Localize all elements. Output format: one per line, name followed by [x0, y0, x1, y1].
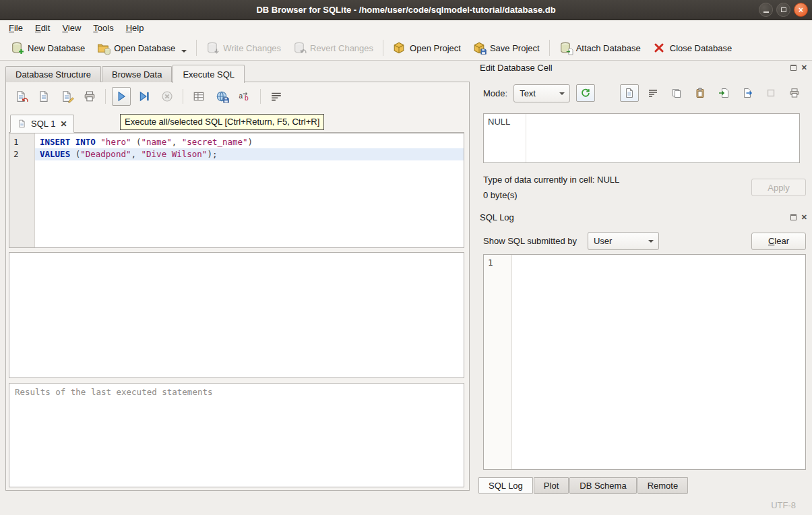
cell-editor-icons: [620, 84, 804, 102]
save-project-icon: [473, 42, 485, 54]
auto-switch-mode-icon: [580, 88, 591, 98]
copy-icon: [671, 88, 682, 98]
encoding-status: UTF-8: [771, 500, 796, 510]
tab-database-structure[interactable]: Database Structure: [5, 66, 101, 82]
attach-database-button[interactable]: Attach Database: [553, 38, 647, 57]
print-icon: [789, 88, 800, 98]
toolbar-separator: [183, 89, 183, 104]
menu-view[interactable]: View: [56, 21, 87, 35]
sql-editor[interactable]: 12 INSERT INTO "hero" ("name", "secret_n…: [9, 133, 464, 248]
close-database-button[interactable]: Close Database: [647, 38, 739, 57]
write-changes-button: Write Changes: [200, 38, 287, 57]
find-replace-button[interactable]: [235, 87, 254, 106]
open-database-dropdown-icon[interactable]: [181, 50, 187, 53]
execution-log[interactable]: Results of the last executed statements: [9, 383, 464, 487]
line-number: 2: [9, 148, 34, 160]
editor-line[interactable]: VALUES ("Deadpond", "Dive Wilson");: [35, 148, 464, 160]
text-mode-button[interactable]: [620, 84, 639, 102]
auto-switch-mode-button[interactable]: [576, 84, 595, 102]
clear-log-button[interactable]: Clear: [751, 233, 806, 250]
titlebar[interactable]: DB Browser for SQLite - /home/user/code/…: [0, 0, 812, 20]
open-sql-file-button[interactable]: [11, 87, 30, 106]
close-panel-icon[interactable]: ✕: [801, 214, 807, 221]
window-controls: ×: [759, 3, 808, 17]
print-cell-button[interactable]: [785, 84, 804, 102]
menu-file[interactable]: File: [3, 21, 29, 35]
toolbar-separator: [105, 89, 106, 104]
minimize-icon: [763, 11, 769, 13]
editor-line[interactable]: INSERT INTO "hero" ("name", "secret_name…: [35, 136, 464, 148]
new-database-button[interactable]: New Database: [5, 38, 91, 57]
maximize-icon: [781, 7, 786, 12]
find-replace-icon: [239, 90, 251, 102]
sql-log-view[interactable]: 1: [483, 254, 806, 470]
dock-tab-db-schema[interactable]: DB Schema: [569, 477, 636, 494]
editor-code[interactable]: INSERT INTO "hero" ("name", "secret_name…: [35, 133, 464, 247]
dock-tab-sql-log[interactable]: SQL Log: [478, 477, 533, 494]
copy-cell-button[interactable]: [667, 84, 686, 102]
log-gutter: 1: [484, 255, 512, 469]
save-results-button[interactable]: [212, 87, 231, 106]
mode-select[interactable]: Text: [513, 84, 570, 102]
export-cell-data-button[interactable]: [738, 84, 757, 102]
export-results-icon: [193, 90, 205, 102]
main-toolbar: New Database Open Database Write Changes…: [0, 36, 812, 61]
write-changes-icon: [206, 42, 218, 54]
float-panel-icon[interactable]: [790, 65, 797, 71]
line-number: 1: [9, 136, 34, 148]
dock-tab-remote[interactable]: Remote: [637, 477, 689, 494]
dock-tab-bar: SQL Log Plot DB Schema Remote: [478, 477, 688, 494]
export-results-button[interactable]: [189, 87, 208, 106]
close-button[interactable]: ×: [794, 3, 808, 17]
open-database-button[interactable]: Open Database: [91, 38, 193, 57]
log-line-number: 1: [488, 258, 493, 268]
log-filter-label: Show SQL submitted by: [483, 236, 577, 246]
stop-execution-button: [158, 87, 177, 106]
import-cell-data-button[interactable]: [714, 84, 733, 102]
close-panel-icon[interactable]: ✕: [801, 64, 807, 71]
open-sql-file-icon: [15, 90, 27, 102]
set-null-icon: [766, 88, 776, 98]
paste-cell-button[interactable]: [691, 84, 710, 102]
set-null-button[interactable]: [761, 84, 780, 102]
execute-sql-panel: SQL 1 ✕ 12 INSERT INTO "hero" ("name", "…: [5, 82, 470, 491]
close-database-icon: [653, 42, 665, 54]
sql-1-tab[interactable]: SQL 1 ✕: [10, 115, 74, 133]
open-database-icon: [97, 42, 109, 54]
menu-tools[interactable]: Tools: [87, 21, 119, 35]
float-panel-icon[interactable]: [790, 214, 797, 220]
log-filter-select[interactable]: User: [588, 232, 659, 250]
cell-editor-box[interactable]: NULL: [483, 113, 800, 163]
app-window: DB Browser for SQLite - /home/user/code/…: [0, 0, 812, 515]
close-tab-icon[interactable]: ✕: [60, 119, 67, 129]
save-sql-file-button[interactable]: [34, 87, 53, 106]
chevron-down-icon: [648, 240, 654, 243]
cell-editor-divider: [526, 114, 526, 162]
word-wrap-icon: [648, 88, 658, 98]
save-sql-file-as-button[interactable]: [57, 87, 76, 106]
main-tab-bar: Database Structure Browse Data Execute S…: [5, 65, 245, 82]
editor-gutter: 12: [9, 133, 35, 247]
execute-current-line-icon: [138, 90, 150, 102]
dock-tab-plot[interactable]: Plot: [534, 477, 569, 494]
save-project-button[interactable]: Save Project: [467, 38, 546, 57]
print-sql-button[interactable]: [80, 87, 99, 106]
log-content[interactable]: [512, 255, 805, 469]
execute-sql-icon: [115, 90, 127, 102]
maximize-button[interactable]: [776, 3, 790, 17]
edit-cell-dock-buttons: ✕: [790, 64, 807, 71]
results-grid[interactable]: [9, 252, 464, 378]
menu-help[interactable]: Help: [120, 21, 150, 35]
toolbar-separator: [383, 40, 383, 56]
word-wrap-button[interactable]: [644, 84, 662, 102]
format-sql-button[interactable]: [267, 87, 286, 106]
menu-edit[interactable]: Edit: [29, 21, 56, 35]
apply-button: Apply: [751, 179, 806, 196]
tab-execute-sql[interactable]: Execute SQL: [173, 65, 245, 83]
execute-current-line-button[interactable]: [135, 87, 154, 106]
paste-icon: [695, 88, 706, 98]
minimize-button[interactable]: [759, 3, 773, 17]
tab-browse-data[interactable]: Browse Data: [102, 66, 172, 82]
open-project-button[interactable]: Open Project: [387, 38, 467, 57]
execute-sql-button[interactable]: [112, 87, 131, 106]
